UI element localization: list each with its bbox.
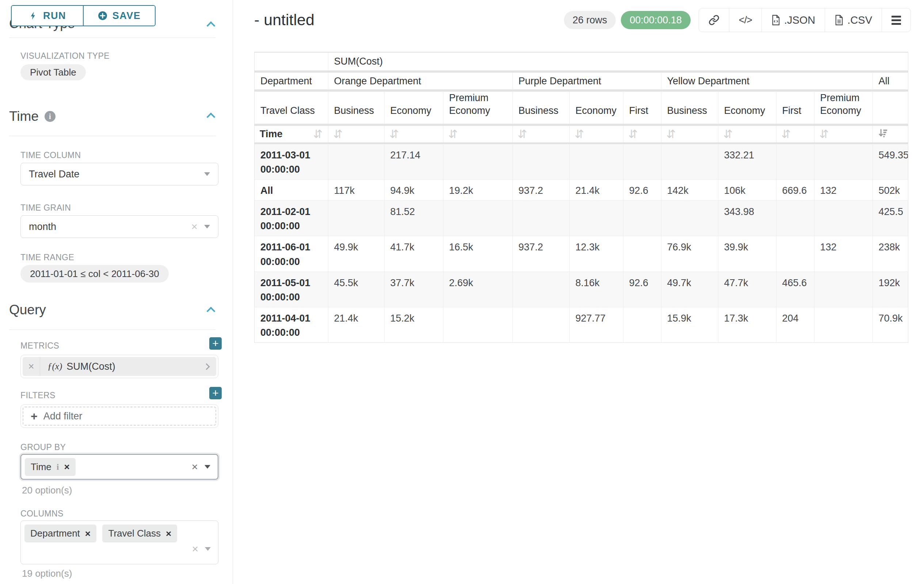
pivot-cell [569, 201, 623, 236]
pivot-sort-cell[interactable]: ⇵ [384, 125, 443, 143]
pivot-sort-cell[interactable]: ⇵ [512, 125, 569, 143]
pivot-sort-cell[interactable]: ⇵ [661, 125, 718, 143]
columns-chip-department[interactable]: Department × [25, 525, 96, 542]
pivot-group-header: Yellow Department [661, 72, 873, 90]
export-csv-button[interactable]: .CSV [825, 8, 882, 32]
columns-chip-travel-class[interactable]: Travel Class × [102, 525, 177, 542]
pivot-data-row: 2011-05-01 00:00:0045.5k37.7k2.69k8.16k9… [254, 271, 908, 307]
pivot-table: SUM(Cost)DepartmentOrange DepartmentPurp… [254, 53, 908, 342]
pivot-sort-corner[interactable]: Time⇵ [254, 125, 328, 143]
clear-icon[interactable]: × [191, 221, 198, 232]
metric-chip[interactable]: × ƒ(x) SUM(Cost) [23, 357, 216, 376]
pivot-data-row: All117k94.9k19.2k937.221.4k92.6142k106k6… [254, 179, 908, 201]
time-range-pill[interactable]: 2011-01-01 ≤ col < 2011-06-30 [20, 265, 169, 283]
view-query-button[interactable]: </> [729, 8, 762, 32]
sort-toggle-icon[interactable]: ⇵ [314, 128, 323, 140]
pivot-sort-cell[interactable] [873, 125, 908, 143]
sort-toggle-icon[interactable]: ⇵ [575, 127, 584, 140]
pivot-cell [443, 143, 512, 179]
remove-chip-icon[interactable]: × [166, 529, 171, 538]
save-button[interactable]: SAVE [84, 6, 155, 26]
sort-toggle-icon[interactable]: ⇵ [667, 127, 676, 140]
time-collapse-chevron-icon[interactable] [208, 114, 216, 122]
add-metric-button[interactable]: + [209, 337, 222, 350]
pivot-sort-cell[interactable]: ⇵ [443, 125, 512, 143]
pivot-sort-cell[interactable]: ⇵ [569, 125, 623, 143]
group-by-select[interactable]: Time i × × [20, 454, 218, 480]
pivot-cell: 502k [873, 179, 908, 201]
pivot-cell: 16.5k [443, 236, 512, 271]
pivot-subcolumn-header: Business [328, 90, 384, 125]
time-column-select[interactable]: Travel Date [20, 163, 218, 186]
chart-type-collapse-chevron-icon[interactable] [208, 23, 216, 31]
sort-toggle-icon[interactable]: ⇵ [782, 127, 791, 140]
pivot-cell: 15.2k [384, 307, 443, 342]
sort-toggle-icon[interactable]: ⇵ [333, 127, 343, 140]
plus-icon: + [31, 410, 38, 423]
pivot-cell: 106k [718, 179, 776, 201]
columns-options-hint: 19 option(s) [22, 568, 72, 579]
metric-name: SUM(Cost) [66, 361, 116, 372]
pivot-cell: 49.9k [328, 236, 384, 271]
time-section-header[interactable]: Time i [9, 109, 56, 124]
chart-menu-button[interactable] [882, 8, 911, 32]
chevron-down-icon [204, 172, 210, 176]
info-icon[interactable]: i [57, 462, 59, 472]
pivot-cell: 425.5 [873, 201, 908, 236]
chevron-right-icon[interactable] [203, 363, 210, 370]
sort-descending-active-icon[interactable] [878, 128, 888, 138]
pivot-sort-cell[interactable]: ⇵ [814, 125, 873, 143]
time-column-value: Travel Date [29, 169, 79, 180]
clear-icon[interactable]: × [191, 461, 198, 472]
pivot-cell [661, 143, 718, 179]
pivot-subcolumn-header: Economy [569, 90, 623, 125]
fx-icon: ƒ(x) [48, 361, 62, 372]
csv-file-icon [835, 15, 844, 26]
pivot-sort-cell[interactable]: ⇵ [328, 125, 384, 143]
pivot-cell [814, 143, 873, 179]
clear-icon[interactable]: × [192, 543, 198, 554]
pivot-sort-cell[interactable]: ⇵ [776, 125, 814, 143]
run-button[interactable]: RUN [12, 6, 84, 26]
sort-toggle-icon[interactable]: ⇵ [723, 127, 733, 140]
chart-panel: - untitled 26 rows 00:00:00.18 </> .JSON… [233, 0, 924, 584]
pivot-cell: 41.7k [384, 236, 443, 271]
pivot-cell [814, 201, 873, 236]
share-link-button[interactable] [699, 8, 729, 32]
visualization-type-pill[interactable]: Pivot Table [20, 64, 86, 80]
query-collapse-chevron-icon[interactable] [208, 308, 216, 316]
pivot-cell: 49.7k [661, 271, 718, 307]
info-icon[interactable]: i [45, 111, 56, 122]
pivot-sort-cell[interactable]: ⇵ [623, 125, 661, 143]
pivot-cell [512, 271, 569, 307]
add-filter-plus-button[interactable]: + [209, 387, 222, 399]
sort-toggle-icon[interactable]: ⇵ [449, 127, 458, 140]
section-divider [9, 38, 216, 38]
sort-toggle-icon[interactable]: ⇵ [629, 127, 638, 140]
columns-select[interactable]: Department × Travel Class × × [20, 520, 218, 564]
pivot-subcolumn-header: Premium Economy [814, 90, 873, 125]
pivot-sort-row: Time⇵⇵⇵⇵⇵⇵⇵⇵⇵⇵⇵ [254, 125, 908, 143]
remove-metric-icon[interactable]: × [23, 357, 40, 376]
pivot-cell: 15.9k [661, 307, 718, 342]
pivot-subcolumn-header: First [776, 90, 814, 125]
pivot-data-row: 2011-02-01 00:00:0081.52343.98425.5 [254, 201, 908, 236]
pivot-cell: 192k [873, 271, 908, 307]
group-by-chip-time[interactable]: Time i × [25, 458, 76, 476]
query-timer-badge: 00:00:00.18 [621, 11, 691, 29]
pivot-sort-cell[interactable]: ⇵ [718, 125, 776, 143]
time-grain-select[interactable]: month × [20, 216, 218, 238]
export-json-button[interactable]: .JSON [762, 8, 825, 32]
sort-toggle-icon[interactable]: ⇵ [390, 127, 399, 140]
pivot-travel-class-row: Travel ClassBusinessEconomyPremium Econo… [254, 90, 908, 125]
query-section-header[interactable]: Query [9, 302, 46, 317]
columns-label: COLUMNS [20, 509, 64, 519]
remove-chip-icon[interactable]: × [64, 462, 69, 472]
pivot-row-label: 2011-05-01 00:00:00 [254, 271, 328, 307]
chart-header-controls: 26 rows 00:00:00.18 </> .JSON .CSV [564, 8, 911, 32]
add-filter-button[interactable]: + Add filter [23, 406, 216, 426]
chart-title[interactable]: - untitled [254, 11, 314, 29]
sort-toggle-icon[interactable]: ⇵ [518, 127, 527, 140]
remove-chip-icon[interactable]: × [85, 529, 91, 538]
sort-toggle-icon[interactable]: ⇵ [820, 127, 829, 140]
